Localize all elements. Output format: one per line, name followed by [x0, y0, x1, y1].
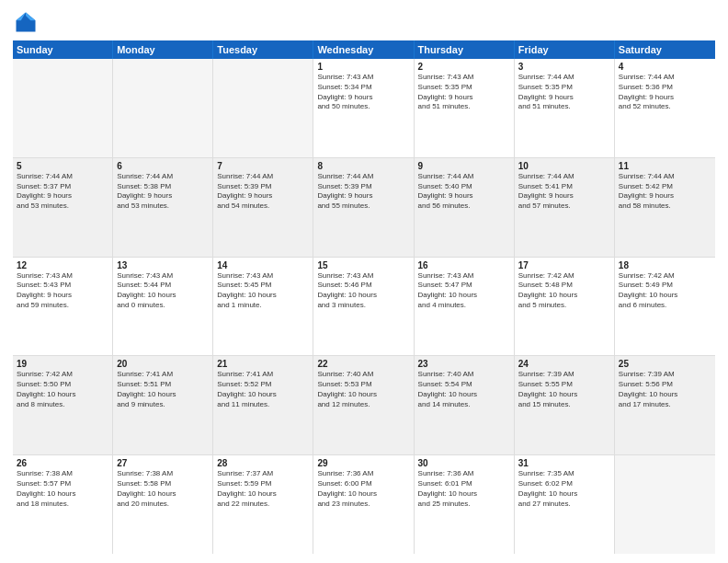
day-number: 21 — [217, 359, 309, 369]
logo-icon — [13, 9, 39, 35]
calendar-cell: 31Sunrise: 7:35 AM Sunset: 6:02 PM Dayli… — [515, 455, 615, 554]
cell-info: Sunrise: 7:38 AM Sunset: 5:58 PM Dayligh… — [117, 469, 209, 509]
calendar-cell: 25Sunrise: 7:39 AM Sunset: 5:56 PM Dayli… — [615, 356, 715, 454]
day-number: 1 — [317, 62, 409, 72]
calendar-cell: 16Sunrise: 7:43 AM Sunset: 5:47 PM Dayli… — [415, 258, 515, 356]
calendar-cell: 19Sunrise: 7:42 AM Sunset: 5:50 PM Dayli… — [13, 356, 113, 454]
cell-info: Sunrise: 7:35 AM Sunset: 6:02 PM Dayligh… — [518, 469, 610, 509]
calendar-cell: 27Sunrise: 7:38 AM Sunset: 5:58 PM Dayli… — [113, 455, 213, 554]
day-number: 26 — [17, 458, 108, 468]
cell-info: Sunrise: 7:43 AM Sunset: 5:47 PM Dayligh… — [418, 271, 510, 311]
calendar: SundayMondayTuesdayWednesdayThursdayFrid… — [13, 40, 715, 554]
page-header — [13, 9, 715, 35]
calendar-cell: 11Sunrise: 7:44 AM Sunset: 5:42 PM Dayli… — [615, 158, 715, 257]
day-number: 25 — [619, 359, 711, 369]
cell-info: Sunrise: 7:44 AM Sunset: 5:36 PM Dayligh… — [619, 73, 711, 112]
day-number: 13 — [117, 260, 209, 270]
cell-info: Sunrise: 7:42 AM Sunset: 5:50 PM Dayligh… — [17, 370, 108, 409]
cell-info: Sunrise: 7:43 AM Sunset: 5:43 PM Dayligh… — [17, 271, 108, 311]
calendar-cell: 24Sunrise: 7:39 AM Sunset: 5:55 PM Dayli… — [515, 356, 615, 454]
calendar-header-cell: Monday — [113, 40, 213, 59]
day-number: 17 — [518, 260, 610, 270]
day-number: 23 — [418, 359, 510, 369]
calendar-cell: 29Sunrise: 7:36 AM Sunset: 6:00 PM Dayli… — [313, 455, 414, 554]
day-number: 27 — [117, 458, 209, 468]
calendar-cell: 13Sunrise: 7:43 AM Sunset: 5:44 PM Dayli… — [113, 258, 213, 356]
calendar-cell: 5Sunrise: 7:44 AM Sunset: 5:37 PM Daylig… — [13, 158, 113, 257]
calendar-cell: 28Sunrise: 7:37 AM Sunset: 5:59 PM Dayli… — [213, 455, 313, 554]
calendar-cell: 7Sunrise: 7:44 AM Sunset: 5:39 PM Daylig… — [213, 158, 313, 257]
cell-info: Sunrise: 7:41 AM Sunset: 5:52 PM Dayligh… — [217, 370, 309, 409]
day-number: 12 — [17, 260, 108, 270]
calendar-header-cell: Wednesday — [313, 40, 414, 59]
day-number: 19 — [17, 359, 108, 369]
day-number: 20 — [117, 359, 209, 369]
cell-info: Sunrise: 7:44 AM Sunset: 5:38 PM Dayligh… — [117, 172, 209, 212]
cell-info: Sunrise: 7:37 AM Sunset: 5:59 PM Dayligh… — [217, 469, 309, 509]
calendar-header-row: SundayMondayTuesdayWednesdayThursdayFrid… — [13, 40, 715, 59]
calendar-cell: 10Sunrise: 7:44 AM Sunset: 5:41 PM Dayli… — [515, 158, 615, 257]
calendar-week: 26Sunrise: 7:38 AM Sunset: 5:57 PM Dayli… — [13, 455, 715, 554]
cell-info: Sunrise: 7:40 AM Sunset: 5:53 PM Dayligh… — [317, 370, 409, 409]
cell-info: Sunrise: 7:43 AM Sunset: 5:46 PM Dayligh… — [317, 271, 409, 311]
calendar-body: 1Sunrise: 7:43 AM Sunset: 5:34 PM Daylig… — [13, 59, 715, 554]
calendar-cell: 26Sunrise: 7:38 AM Sunset: 5:57 PM Dayli… — [13, 455, 113, 554]
cell-info: Sunrise: 7:38 AM Sunset: 5:57 PM Dayligh… — [17, 469, 108, 509]
calendar-cell — [615, 455, 715, 554]
cell-info: Sunrise: 7:44 AM Sunset: 5:37 PM Dayligh… — [17, 172, 108, 212]
day-number: 11 — [619, 161, 711, 171]
calendar-cell: 18Sunrise: 7:42 AM Sunset: 5:49 PM Dayli… — [615, 258, 715, 356]
cell-info: Sunrise: 7:43 AM Sunset: 5:34 PM Dayligh… — [317, 73, 409, 112]
day-number: 2 — [418, 62, 510, 72]
cell-info: Sunrise: 7:43 AM Sunset: 5:44 PM Dayligh… — [117, 271, 209, 311]
calendar-header-cell: Tuesday — [213, 40, 313, 59]
cell-info: Sunrise: 7:42 AM Sunset: 5:48 PM Dayligh… — [518, 271, 610, 311]
cell-info: Sunrise: 7:44 AM Sunset: 5:35 PM Dayligh… — [518, 73, 610, 112]
day-number: 16 — [418, 260, 510, 270]
calendar-cell: 23Sunrise: 7:40 AM Sunset: 5:54 PM Dayli… — [415, 356, 515, 454]
cell-info: Sunrise: 7:44 AM Sunset: 5:39 PM Dayligh… — [317, 172, 409, 212]
calendar-week: 12Sunrise: 7:43 AM Sunset: 5:43 PM Dayli… — [13, 258, 715, 357]
day-number: 31 — [518, 458, 610, 468]
cell-info: Sunrise: 7:44 AM Sunset: 5:40 PM Dayligh… — [418, 172, 510, 212]
calendar-header-cell: Sunday — [13, 40, 113, 59]
cell-info: Sunrise: 7:36 AM Sunset: 6:01 PM Dayligh… — [418, 469, 510, 509]
calendar-cell: 6Sunrise: 7:44 AM Sunset: 5:38 PM Daylig… — [113, 158, 213, 257]
cell-info: Sunrise: 7:43 AM Sunset: 5:45 PM Dayligh… — [217, 271, 309, 311]
calendar-cell: 15Sunrise: 7:43 AM Sunset: 5:46 PM Dayli… — [313, 258, 414, 356]
calendar-cell: 4Sunrise: 7:44 AM Sunset: 5:36 PM Daylig… — [615, 59, 715, 157]
calendar-cell — [113, 59, 213, 157]
calendar-header-cell: Saturday — [615, 40, 715, 59]
day-number: 30 — [418, 458, 510, 468]
cell-info: Sunrise: 7:41 AM Sunset: 5:51 PM Dayligh… — [117, 370, 209, 409]
calendar-cell: 8Sunrise: 7:44 AM Sunset: 5:39 PM Daylig… — [313, 158, 414, 257]
cell-info: Sunrise: 7:42 AM Sunset: 5:49 PM Dayligh… — [619, 271, 711, 311]
calendar-week: 1Sunrise: 7:43 AM Sunset: 5:34 PM Daylig… — [13, 59, 715, 158]
calendar-week: 5Sunrise: 7:44 AM Sunset: 5:37 PM Daylig… — [13, 158, 715, 258]
day-number: 24 — [518, 359, 610, 369]
day-number: 8 — [317, 161, 409, 171]
calendar-cell: 20Sunrise: 7:41 AM Sunset: 5:51 PM Dayli… — [113, 356, 213, 454]
calendar-cell — [213, 59, 313, 157]
day-number: 3 — [518, 62, 610, 72]
day-number: 6 — [117, 161, 209, 171]
calendar-week: 19Sunrise: 7:42 AM Sunset: 5:50 PM Dayli… — [13, 356, 715, 455]
logo — [13, 9, 42, 35]
calendar-cell: 3Sunrise: 7:44 AM Sunset: 5:35 PM Daylig… — [515, 59, 615, 157]
day-number: 18 — [619, 260, 711, 270]
cell-info: Sunrise: 7:40 AM Sunset: 5:54 PM Dayligh… — [418, 370, 510, 409]
day-number: 9 — [418, 161, 510, 171]
calendar-header-cell: Friday — [515, 40, 615, 59]
day-number: 14 — [217, 260, 309, 270]
day-number: 15 — [317, 260, 409, 270]
day-number: 7 — [217, 161, 309, 171]
day-number: 4 — [619, 62, 711, 72]
day-number: 5 — [17, 161, 108, 171]
calendar-cell: 9Sunrise: 7:44 AM Sunset: 5:40 PM Daylig… — [415, 158, 515, 257]
cell-info: Sunrise: 7:36 AM Sunset: 6:00 PM Dayligh… — [317, 469, 409, 509]
calendar-cell: 30Sunrise: 7:36 AM Sunset: 6:01 PM Dayli… — [415, 455, 515, 554]
cell-info: Sunrise: 7:44 AM Sunset: 5:42 PM Dayligh… — [619, 172, 711, 212]
day-number: 28 — [217, 458, 309, 468]
cell-info: Sunrise: 7:44 AM Sunset: 5:39 PM Dayligh… — [217, 172, 309, 212]
calendar-header-cell: Thursday — [415, 40, 515, 59]
